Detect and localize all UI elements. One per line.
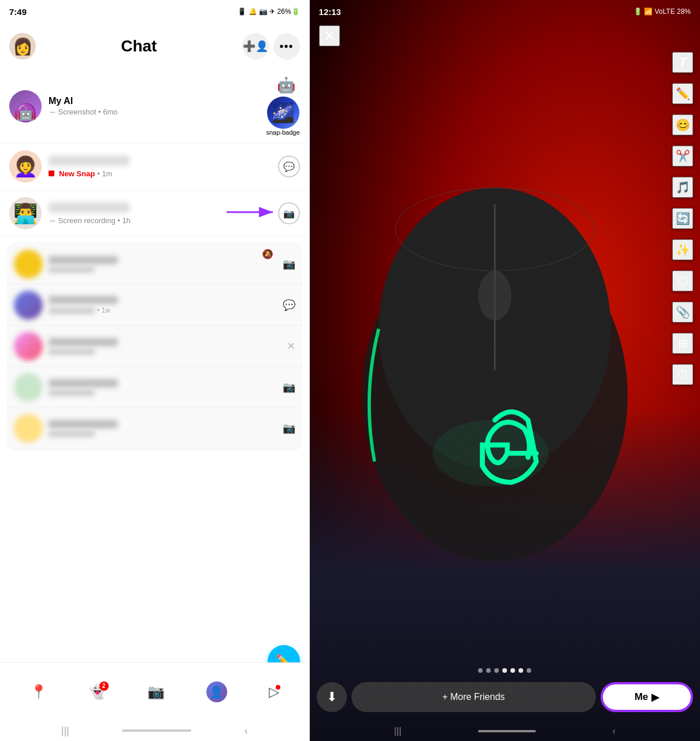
time-right: 12:13 — [319, 7, 341, 17]
friend1-name-blur — [49, 155, 129, 166]
friend1-time: • 1m — [97, 169, 112, 178]
header: 👩 Chat ➕👤 ••• — [0, 23, 309, 69]
dot-7 — [527, 668, 531, 673]
text-tool-button[interactable]: T — [672, 52, 693, 73]
pen-tool-button[interactable]: ✏️ — [672, 83, 693, 104]
chat-list: 🟣 🤖 My AI ↔ Screenshot • 6mo 🤖 🌌 snap-ba… — [0, 69, 309, 662]
crop-tool-button[interactable]: ⊞ — [672, 333, 693, 354]
group-chat-icon-2: 💬 — [283, 299, 295, 312]
group-camera-icon-4: 📷 — [283, 381, 295, 394]
chat-item-friend2[interactable]: 👨‍💻 ↔ Screen recording • 1h 📷 — [0, 190, 309, 237]
group-item-3[interactable]: ✕ — [7, 326, 302, 367]
group-avatar-2 — [14, 291, 43, 320]
sticker-tool-button[interactable]: 😊 — [672, 114, 693, 135]
nav-profile[interactable]: 👤 — [206, 681, 227, 702]
snap-badge-icon: 🌌 — [267, 97, 299, 129]
friend1-chat-icon[interactable]: 💬 — [278, 155, 300, 177]
snap-action-buttons: ⬇ + More Friends Me ▶ — [317, 682, 693, 712]
my-ai-name: My AI — [49, 96, 266, 106]
snap-bottom-section: ⬇ + More Friends Me ▶ — [310, 668, 700, 712]
group-item-4[interactable]: 📷 — [7, 367, 302, 408]
dot-2 — [486, 668, 491, 673]
home-bar-right — [478, 730, 536, 732]
my-ai-right: 🤖 🌌 snap-badge — [266, 76, 299, 136]
home-bar-left — [122, 729, 191, 732]
blurred-group: 🔕 📷 • 1w 💬 — [7, 242, 302, 451]
send-me-label: Me — [635, 691, 649, 703]
download-snap-button[interactable]: ⬇ — [317, 682, 347, 712]
group-camera-icon-5: 📷 — [283, 422, 295, 435]
eraser-tool-button[interactable]: ⬡ — [672, 271, 693, 291]
nav-map[interactable]: 📍 — [30, 684, 47, 700]
stories-badge: 2 — [99, 681, 109, 691]
group-avatar-3 — [14, 332, 43, 361]
profile-avatar[interactable]: 👩 — [9, 33, 36, 60]
left-panel: 7:49 📱 🔔 📷 ✈ 26%🔋 👩 Chat ➕👤 ••• 🟣 🤖 — [0, 0, 309, 741]
friend2-camera-icon[interactable]: 📷 — [278, 202, 300, 224]
time-left: 7:49 — [9, 7, 27, 17]
scissors-tool-button[interactable]: ✂️ — [672, 146, 693, 166]
nav-camera[interactable]: 📷 — [147, 684, 165, 700]
chat-item-friend1[interactable]: 👩‍🦱 New Snap • 1m 💬 — [0, 143, 309, 190]
status-bar-right: 12:13 🔋 📶 VoLTE 28% — [310, 0, 700, 23]
send-arrow-icon: ▶ — [651, 691, 659, 703]
snap-photo-background — [310, 0, 700, 741]
chat-item-my-ai[interactable]: 🟣 🤖 My AI ↔ Screenshot • 6mo 🤖 🌌 snap-ba… — [0, 69, 309, 143]
send-me-button[interactable]: Me ▶ — [601, 682, 693, 712]
dot-3 — [494, 668, 499, 673]
snap-tools: T ✏️ 😊 ✂️ 🎵 🔄 ✨ ⬡ 📎 ⊞ ⏱ — [672, 52, 693, 385]
camera-nav-icon: 📷 — [147, 684, 165, 699]
mute-icon: 🔕 — [262, 249, 273, 260]
group-avatar-1 — [14, 250, 43, 279]
more-menu-button[interactable]: ••• — [273, 33, 300, 60]
group-time-2: • 1w — [97, 306, 110, 314]
friend2-name-blur — [49, 202, 129, 213]
friend1-avatar: 👩‍🦱 — [9, 150, 42, 183]
dot-4 — [502, 668, 507, 673]
ai-robot-badge: 🤖 — [277, 76, 295, 94]
spotlight-red-dot — [276, 685, 280, 690]
dot-5 — [510, 668, 515, 673]
snap-badge-label: snap-badge — [266, 129, 299, 136]
nav-spotlight[interactable]: ▷ — [269, 684, 279, 700]
status-icons-right: 🔋 📶 VoLTE 28% — [634, 8, 691, 16]
group-item-5[interactable]: 📷 — [7, 408, 302, 449]
group-info-2: • 1w — [49, 296, 283, 314]
friend2-info: ↔ Screen recording • 1h — [49, 202, 278, 225]
magic-tool-button[interactable]: ✨ — [672, 239, 693, 260]
group-avatar-4 — [14, 373, 43, 402]
snap-top-bar: ✕ — [310, 25, 700, 46]
music-tool-button[interactable]: 🎵 — [672, 177, 693, 198]
header-actions: ➕👤 ••• — [242, 33, 300, 60]
group-avatar-5 — [14, 414, 43, 443]
dot-6 — [518, 668, 523, 673]
link-tool-button[interactable]: 📎 — [672, 302, 693, 323]
group-item-1[interactable]: 🔕 📷 — [7, 244, 302, 285]
friend2-avatar: 👨‍💻 — [9, 197, 42, 229]
bottom-navigation: 📍 👻 2 📷 👤 ▷ — [0, 662, 309, 720]
home-indicator-left: ||| ‹ — [0, 720, 309, 741]
snap-badge[interactable]: 🌌 snap-badge — [266, 97, 299, 136]
timer-tool-button[interactable]: ⏱ — [672, 364, 693, 385]
my-ai-avatar: 🟣 🤖 — [9, 90, 42, 123]
home-indicator-right: ||| ‹ — [310, 726, 700, 736]
status-bar-left: 7:49 📱 🔔 📷 ✈ 26%🔋 — [0, 0, 309, 23]
my-ai-preview: ↔ Screenshot • 6mo — [49, 108, 266, 116]
dot-1 — [478, 668, 483, 673]
status-icons-left: 📱 🔔 📷 ✈ 26%🔋 — [238, 8, 299, 16]
snap-pagination-dots — [317, 668, 693, 673]
friend1-preview: New Snap • 1m — [49, 169, 278, 178]
add-friend-button[interactable]: ➕👤 — [242, 33, 269, 60]
group-item-2[interactable]: • 1w 💬 — [7, 285, 302, 326]
group-info-5 — [49, 420, 283, 437]
more-friends-button[interactable]: + More Friends — [351, 682, 596, 712]
close-snap-button[interactable]: ✕ — [319, 25, 340, 46]
group-x-icon-3: ✕ — [287, 340, 295, 353]
lens-tool-button[interactable]: 🔄 — [672, 208, 693, 229]
right-panel: 12:13 🔋 📶 VoLTE 28% ✕ T ✏️ 😊 ✂️ 🎵 🔄 — [310, 0, 700, 741]
nav-stories[interactable]: 👻 2 — [89, 684, 106, 700]
more-friends-label: + More Friends — [442, 692, 505, 702]
friend1-right: 💬 — [278, 155, 300, 177]
friend2-preview: ↔ Screen recording • 1h — [49, 216, 278, 225]
page-title: Chat — [36, 37, 242, 55]
